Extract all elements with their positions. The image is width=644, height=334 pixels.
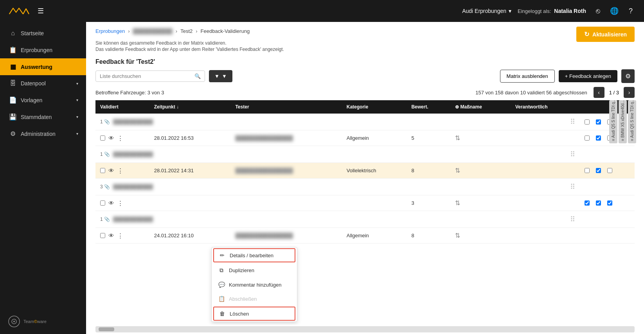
cell-verantwortlich-1 — [511, 130, 580, 146]
feedback-anlegen-button[interactable]: + Feedback anlegen — [559, 70, 617, 82]
matrix-toggle-button[interactable]: Matrix ausblenden — [500, 70, 555, 83]
matrix-check-3-3[interactable] — [607, 168, 612, 173]
breadcrumb-current: Feedback-Validierung — [201, 28, 250, 34]
sidebar-item-startseite[interactable]: ⌂ Startseite — [0, 25, 86, 42]
help-icon[interactable]: ? — [625, 5, 636, 16]
row-checkbox-4[interactable] — [100, 233, 105, 238]
search-box[interactable]: 🔍 — [95, 70, 205, 82]
stats-vehicles: Betroffene Fahrzeuge: 3 von 3 — [95, 90, 164, 96]
logout-icon[interactable]: ⎋ — [592, 5, 603, 16]
matrix-check-1-3[interactable] — [607, 119, 612, 125]
context-menu-item-duplizieren[interactable]: ⧉ Duplizieren — [212, 263, 297, 278]
attachment-count-3: 3 📎 — [100, 184, 110, 190]
matrix-check-2-2[interactable] — [596, 135, 601, 141]
feedback-table: Validiert Zeitpunkt ↓ Tester Kategorie B… — [95, 100, 635, 244]
matrix-btn-label: Matrix ausblenden — [507, 73, 548, 79]
administration-chevron-icon: ▾ — [76, 132, 78, 136]
topnav-left: ☰ — [8, 5, 44, 16]
eye-icon-2[interactable]: 👁 — [108, 167, 114, 174]
drag-handle-2: ⠿ — [511, 146, 580, 163]
drag-handle-1: ⠿ — [511, 114, 580, 130]
sidebar-item-erprobungen[interactable]: 📋 Erprobungen — [0, 42, 86, 58]
drag-handle-3: ⠿ — [511, 179, 580, 195]
row-checkbox-2[interactable] — [100, 168, 105, 173]
cell-validiert-2: 👁 ⋮ — [95, 163, 149, 179]
settings-button[interactable]: ⚙ — [621, 69, 635, 83]
sidebar-item-auswertung[interactable]: ▦ Auswertung — [0, 58, 86, 75]
filter-label: ▼ — [222, 73, 227, 79]
table-row: 👁 ⋮ 3 ⇅ — [95, 195, 635, 211]
matrix-check-1-1[interactable] — [585, 119, 590, 125]
context-abschliessen-label: Abschließen — [229, 296, 257, 302]
matrix-check-2-3[interactable] — [607, 135, 612, 141]
horizontal-scrollbar[interactable] — [95, 326, 635, 332]
cell-zeitpunkt-1: 28.01.2022 16:53 — [149, 130, 231, 146]
table-row: 👁 ⋮ 24.01.2022 16:10 ████████████████ Al… — [95, 228, 635, 244]
cell-massnahme-1: ⇅ — [450, 130, 511, 146]
cell-tester-2: ████████████████ — [230, 163, 342, 179]
matrix-check-4-1[interactable] — [585, 200, 590, 206]
context-menu-item-loeschen[interactable]: 🗑 Löschen — [213, 307, 295, 321]
col-validiert: Validiert — [95, 100, 149, 114]
home-icon: ⌂ — [9, 30, 17, 37]
filter-button[interactable]: ▼ ▼ — [209, 70, 232, 82]
matrix-check-4-2[interactable] — [596, 200, 601, 206]
logged-in-label: Eingeloggt als: — [518, 8, 551, 14]
top-navigation: ☰ Audi Erprobungen ▾ Eingeloggt als: Nat… — [0, 0, 644, 22]
page-prev-button[interactable]: ‹ — [594, 87, 604, 98]
more-icon-2[interactable]: ⋮ — [117, 167, 123, 174]
table-row: 1 📎 ████████████ ⠿ — [95, 114, 635, 130]
eye-icon-3[interactable]: 👁 — [108, 200, 114, 206]
cell-massnahme-3: ⇅ — [450, 195, 511, 211]
comment-icon: 💬 — [218, 282, 225, 288]
eye-icon-4[interactable]: 👁 — [108, 232, 114, 239]
row-checkbox-1[interactable] — [100, 135, 105, 141]
menu-toggle-icon[interactable]: ☰ — [38, 7, 44, 15]
stammdaten-icon: 💾 — [9, 113, 17, 121]
svg-point-2 — [13, 321, 15, 322]
administration-icon: ⚙ — [9, 130, 17, 137]
aktualisieren-label: Aktualisieren — [592, 31, 627, 38]
org-name: Audi Erprobungen — [462, 8, 506, 14]
search-input[interactable] — [100, 73, 191, 79]
more-icon-1[interactable]: ⋮ — [117, 135, 123, 142]
sidebar-item-vorlagen[interactable]: 📄 Vorlagen ▾ — [0, 92, 86, 108]
cell-kategorie-1: Allgemein — [342, 130, 407, 146]
cell-kategorie-4: Allgemein — [342, 228, 407, 244]
sidebar-item-administration[interactable]: ⚙ Administration ▾ — [0, 125, 86, 142]
sidebar-item-datenpool[interactable]: 🗄 Datenpool ▾ — [0, 75, 86, 92]
org-chevron-icon: ▾ — [509, 8, 511, 14]
datenpool-icon: 🗄 — [9, 80, 17, 87]
more-icon-3[interactable]: ⋮ — [117, 200, 123, 207]
breadcrumb-erprobungen[interactable]: Erprobungen — [95, 28, 125, 34]
context-loeschen-label: Löschen — [230, 311, 249, 317]
matrix-check-2-1[interactable] — [585, 135, 590, 141]
cell-tester-4: ████████████████ — [230, 228, 342, 244]
table-header-row: Validiert Zeitpunkt ↓ Tester Kategorie B… — [95, 100, 635, 114]
sidebar-label-vorlagen: Vorlagen — [21, 97, 72, 103]
sidebar-label-datenpool: Datenpool — [21, 80, 72, 87]
context-menu-item-kommentar[interactable]: 💬 Kommentar hinzufügen — [212, 278, 297, 292]
cell-verantwortlich-3 — [511, 195, 580, 211]
pagination-display: 1 / 3 — [606, 90, 622, 96]
matrix-check-4-3[interactable] — [607, 200, 612, 206]
more-icon-4[interactable]: ⋮ — [117, 232, 123, 239]
row-checkbox-3[interactable] — [100, 200, 105, 206]
eye-icon-1[interactable]: 👁 — [108, 135, 114, 141]
cell-validiert-1: 👁 ⋮ — [95, 130, 149, 146]
org-selector[interactable]: Audi Erprobungen ▾ — [462, 8, 511, 14]
aktualisieren-button[interactable]: ↻ Aktualisieren — [576, 27, 635, 42]
matrix-check-3-1[interactable] — [585, 168, 590, 173]
cell-massnahme-4: ⇅ — [450, 228, 511, 244]
cell-bewertung-1: 5 — [407, 130, 450, 146]
matrix-check-3-2[interactable] — [596, 168, 601, 173]
cell-zeitpunkt-2: 28.01.2022 14:31 — [149, 163, 231, 179]
page-next-button[interactable]: › — [624, 87, 635, 98]
matrix-check-1-2[interactable] — [596, 119, 601, 125]
footer-logo-icon — [8, 315, 20, 328]
context-menu-item-details[interactable]: ✏ Details / bearbeiten — [213, 248, 295, 262]
sidebar-item-stammdaten[interactable]: 💾 Stammdaten ▾ — [0, 108, 86, 125]
cell-bewertung-2: 8 — [407, 163, 450, 179]
horizontal-scroll-thumb[interactable] — [99, 327, 114, 331]
globe-icon[interactable]: 🌐 — [609, 5, 620, 16]
